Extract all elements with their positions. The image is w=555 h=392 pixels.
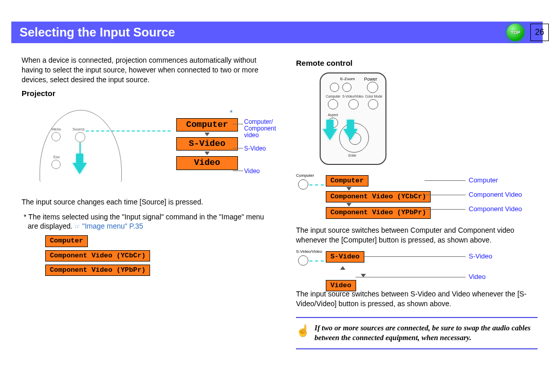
source-button-icon bbox=[75, 132, 85, 142]
label-svideo: S-Video bbox=[244, 145, 266, 152]
source-arrow-icon bbox=[72, 163, 87, 174]
source-label: Source bbox=[72, 127, 85, 132]
tag-ypbpr: Component Video (YPbPr) bbox=[45, 265, 150, 276]
down-arrow-icon bbox=[205, 152, 210, 155]
chip-computer: Computer bbox=[326, 175, 368, 186]
computer-cycle-desc: The input source switches between Comput… bbox=[296, 226, 538, 245]
connector-line bbox=[424, 209, 466, 210]
enter-btn-label: Enter bbox=[348, 154, 357, 157]
svideo-cycle-desc: The input source switches between S-Vide… bbox=[296, 289, 538, 309]
connector-line bbox=[233, 124, 243, 124]
connector-line bbox=[233, 148, 243, 148]
computer-btn-label: Computer bbox=[326, 95, 341, 98]
svideo-video-btn-label: S-Video/Video bbox=[342, 95, 363, 98]
svideo-mini-button-icon bbox=[298, 255, 308, 266]
aspect-btn-label: Aspect bbox=[328, 113, 338, 117]
chip-ycbcr: Component Video (YCbCr) bbox=[326, 191, 431, 202]
label-computer-component: Computer/ Component video bbox=[244, 119, 276, 139]
rlabel-svideo: S-Video bbox=[469, 252, 492, 260]
computer-cycle-block: Computer Computer Component Video (YCbCr… bbox=[296, 174, 538, 219]
chip-computer: Computer bbox=[176, 118, 238, 132]
footnote-text: * The items selected using the "Input si… bbox=[24, 212, 274, 232]
computer-button-icon bbox=[328, 99, 338, 109]
chip-video: Video bbox=[176, 156, 238, 170]
chip-ypbpr: Component Video (YPbPr) bbox=[326, 207, 431, 218]
connector-line bbox=[424, 180, 466, 181]
tag-computer: Computer bbox=[45, 235, 88, 247]
top-nav-badge[interactable]: TOP bbox=[507, 24, 524, 41]
rlabel-cv2: Component Video bbox=[469, 205, 522, 213]
left-column: When a device is connected, projection c… bbox=[22, 55, 274, 279]
computer-arrow-icon bbox=[323, 129, 337, 140]
menu-button-icon bbox=[51, 132, 61, 141]
connector-line bbox=[356, 277, 466, 277]
page-number: 26 bbox=[530, 24, 549, 41]
down-arrow-icon bbox=[346, 203, 351, 207]
ezoom-label: E-Zoom bbox=[340, 77, 355, 81]
dashed-connector bbox=[309, 184, 324, 185]
label-video: Video bbox=[244, 167, 260, 175]
signal-options-list: Computer Component Video (YCbCr) Compone… bbox=[45, 235, 274, 276]
source-cycle-stack: Computer S-Video Video bbox=[171, 118, 243, 170]
projector-diagram: Menu Source Esc * Computer S-Video Video… bbox=[40, 103, 274, 190]
dashed-connector bbox=[309, 260, 324, 262]
svideo-mini-label: S-Video/Video bbox=[296, 249, 322, 254]
computer-stack: Computer Component Video (YCbCr) Compone… bbox=[326, 175, 431, 219]
page-title: Selecting the Input Source bbox=[20, 25, 175, 40]
rlabel-video: Video bbox=[469, 273, 486, 281]
footnote-star-icon: * bbox=[230, 108, 233, 117]
note-text: If two or more sources are connected, be… bbox=[314, 324, 531, 342]
menu-label: Menu bbox=[51, 127, 61, 132]
dashed-connector bbox=[86, 130, 171, 132]
ezoom-plus-button-icon bbox=[342, 83, 351, 92]
audio-note: ☝ If two or more sources are connected, … bbox=[296, 317, 538, 349]
remote-outline: E-Zoom Power Computer S-Video/Video Colo… bbox=[320, 72, 386, 165]
ezoom-minus-button-icon bbox=[330, 83, 339, 92]
hand-icon: ☝ bbox=[296, 323, 310, 339]
chip-svideo: S-Video bbox=[326, 251, 364, 263]
page-header: Selecting the Input Source bbox=[11, 22, 543, 43]
down-arrow-icon bbox=[346, 187, 351, 191]
esc-button-icon bbox=[51, 160, 61, 169]
chip-svideo: S-Video bbox=[176, 137, 238, 151]
svideo-stack: S-Video Video bbox=[326, 251, 366, 291]
colormode-button-icon bbox=[368, 99, 378, 109]
connector-line bbox=[424, 195, 466, 195]
rlabel-cv1: Component Video bbox=[469, 191, 522, 198]
power-button-icon bbox=[367, 82, 378, 93]
projector-heading: Projector bbox=[22, 89, 274, 98]
svideo-cycle-block: S-Video/Video S-Video Video S-Video Vide… bbox=[296, 250, 538, 283]
right-column: Remote control E-Zoom Power Computer S-V… bbox=[296, 55, 538, 349]
connector-line bbox=[363, 256, 466, 257]
remote-diagram: E-Zoom Power Computer S-Video/Video Colo… bbox=[296, 72, 538, 167]
down-arrow-icon bbox=[205, 133, 210, 136]
connector-line bbox=[233, 171, 243, 171]
source-cycle-desc: The input source changes each time [Sour… bbox=[22, 197, 274, 207]
computer-mini-label: Computer bbox=[296, 173, 314, 178]
image-menu-link[interactable]: "Image menu" P.35 bbox=[82, 222, 143, 230]
power-label: Power bbox=[364, 77, 377, 82]
remote-heading: Remote control bbox=[296, 59, 538, 67]
svideo-video-button-icon bbox=[348, 99, 359, 109]
projector-outline: Menu Source Esc bbox=[40, 110, 122, 182]
tag-ycbcr: Component Video (YCbCr) bbox=[45, 250, 150, 262]
esc-label: Esc bbox=[53, 155, 60, 159]
pointer-icon: ☞ bbox=[75, 223, 80, 230]
computer-mini-button-icon bbox=[298, 179, 308, 190]
colormode-btn-label: Color Mode bbox=[365, 95, 382, 98]
svideo-arrow-icon bbox=[343, 129, 358, 140]
rlabel-computer: Computer bbox=[469, 176, 498, 184]
intro-text: When a device is connected, projection c… bbox=[22, 55, 274, 85]
chip-video: Video bbox=[326, 280, 356, 291]
